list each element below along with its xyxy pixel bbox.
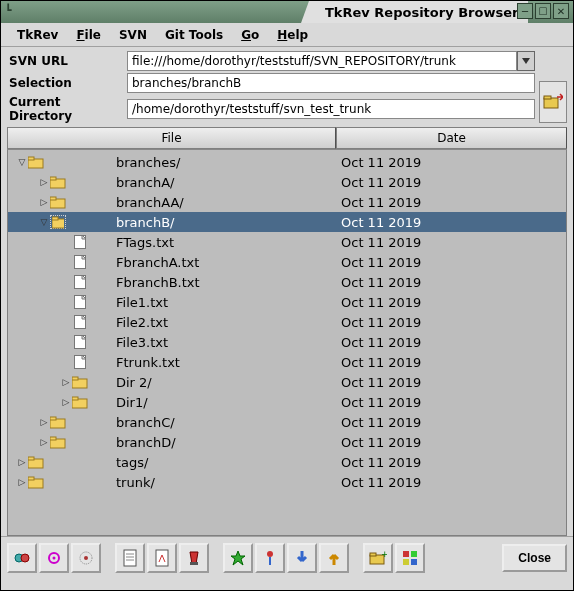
tree-row[interactable]: ▷branchD/Oct 11 2019 (8, 432, 566, 452)
tool-button-10[interactable] (319, 543, 349, 573)
folder-icon (72, 375, 88, 389)
tree-item-date: Oct 11 2019 (337, 215, 421, 230)
tree-view[interactable]: ▽branches/Oct 11 2019▷branchA/Oct 11 201… (7, 150, 567, 536)
file-icon (72, 295, 88, 309)
svg-rect-8 (50, 197, 56, 200)
svg-rect-32 (50, 437, 56, 440)
twisty-open-icon[interactable]: ▽ (38, 217, 50, 227)
tool-button-3[interactable] (71, 543, 101, 573)
svg-rect-58 (411, 559, 417, 565)
tree-row[interactable]: ▽branchB/Oct 11 2019 (8, 212, 566, 232)
tool-button-6[interactable] (179, 543, 209, 573)
twisty-closed-icon[interactable]: ▷ (38, 197, 50, 207)
svn-url-label: SVN URL (7, 54, 127, 68)
tree-item-date: Oct 11 2019 (337, 175, 421, 190)
tree-row[interactable]: FbranchA.txtOct 11 2019 (8, 252, 566, 272)
minimize-button[interactable]: ─ (517, 3, 533, 19)
tree-row[interactable]: FbranchB.txtOct 11 2019 (8, 272, 566, 292)
cwd-input[interactable] (127, 99, 535, 119)
svg-rect-10 (52, 217, 58, 220)
twisty-closed-icon[interactable]: ▷ (16, 457, 28, 467)
maximize-button[interactable]: ☐ (535, 3, 551, 19)
twisty-closed-icon[interactable]: ▷ (60, 397, 72, 407)
folder-icon (28, 455, 44, 469)
svg-text:+: + (381, 550, 387, 559)
tree-row[interactable]: File1.txtOct 11 2019 (8, 292, 566, 312)
tree-row[interactable]: ▷trunk/Oct 11 2019 (8, 472, 566, 492)
twisty-closed-icon[interactable]: ▷ (38, 417, 50, 427)
close-button[interactable]: Close (502, 544, 567, 572)
tool-button-1[interactable] (7, 543, 37, 573)
twisty-open-icon[interactable]: ▽ (16, 157, 28, 167)
tree-row[interactable]: FTags.txtOct 11 2019 (8, 232, 566, 252)
tool-button-9[interactable] (287, 543, 317, 573)
tree-item-date: Oct 11 2019 (337, 395, 421, 410)
titlebar[interactable]: ┗ TkRev Repository Browser ─ ☐ ✕ (1, 1, 573, 23)
menu-file[interactable]: File (68, 25, 109, 45)
tool-button-5[interactable] (147, 543, 177, 573)
tree-item-name: tags/ (108, 455, 148, 470)
menu-help[interactable]: Help (269, 25, 316, 45)
svg-rect-26 (72, 377, 78, 380)
menu-go[interactable]: Go (233, 25, 267, 45)
menu-tkrev[interactable]: TkRev (9, 25, 66, 45)
svg-point-40 (53, 556, 56, 559)
tree-row[interactable]: File2.txtOct 11 2019 (8, 312, 566, 332)
tree-item-date: Oct 11 2019 (337, 455, 421, 470)
svg-rect-2 (544, 96, 551, 99)
tree-item-date: Oct 11 2019 (337, 195, 421, 210)
tool-button-4[interactable] (115, 543, 145, 573)
tool-button-7[interactable] (223, 543, 253, 573)
tree-row[interactable]: ▷Dir1/Oct 11 2019 (8, 392, 566, 412)
tool-button-12[interactable] (395, 543, 425, 573)
folder-icon (50, 195, 66, 209)
tree-row[interactable]: File3.txtOct 11 2019 (8, 332, 566, 352)
folder-icon (50, 435, 66, 449)
tree-row[interactable]: ▷branchC/Oct 11 2019 (8, 412, 566, 432)
tree-item-name: File1.txt (108, 295, 168, 310)
selection-input[interactable] (127, 73, 535, 93)
tree-row[interactable]: ▷branchAA/Oct 11 2019 (8, 192, 566, 212)
svn-url-input[interactable] (127, 51, 517, 71)
tool-button-11[interactable]: + (363, 543, 393, 573)
file-icon (72, 255, 88, 269)
tree-item-date: Oct 11 2019 (337, 235, 421, 250)
svg-rect-6 (50, 177, 56, 180)
tree-item-date: Oct 11 2019 (337, 415, 421, 430)
menubar: TkRev File SVN Git Tools Go Help (1, 23, 573, 47)
svg-rect-4 (28, 157, 34, 160)
tree-row[interactable]: ▽branches/Oct 11 2019 (8, 152, 566, 172)
twisty-closed-icon[interactable]: ▷ (60, 377, 72, 387)
twisty-closed-icon[interactable]: ▷ (38, 437, 50, 447)
column-date[interactable]: Date (336, 127, 567, 149)
tree-row[interactable]: ▷tags/Oct 11 2019 (8, 452, 566, 472)
svg-rect-51 (269, 557, 271, 565)
file-icon (72, 355, 88, 369)
tree-item-date: Oct 11 2019 (337, 315, 421, 330)
tree-item-name: branchAA/ (108, 195, 184, 210)
close-window-button[interactable]: ✕ (553, 3, 569, 19)
open-folder-button[interactable] (539, 81, 567, 123)
column-headers: File Date (7, 127, 567, 150)
tree-item-name: FbranchA.txt (108, 255, 199, 270)
column-file[interactable]: File (7, 127, 336, 149)
tree-item-date: Oct 11 2019 (337, 355, 421, 370)
tree-item-name: trunk/ (108, 475, 155, 490)
tree-item-date: Oct 11 2019 (337, 255, 421, 270)
folder-icon (50, 415, 66, 429)
tree-item-name: branchC/ (108, 415, 175, 430)
menu-git-tools[interactable]: Git Tools (157, 25, 231, 45)
tree-item-name: branchB/ (108, 215, 175, 230)
tree-row[interactable]: Ftrunk.txtOct 11 2019 (8, 352, 566, 372)
tool-button-2[interactable] (39, 543, 69, 573)
svn-url-dropdown[interactable] (517, 51, 535, 71)
tree-row[interactable]: ▷branchA/Oct 11 2019 (8, 172, 566, 192)
twisty-closed-icon[interactable]: ▷ (38, 177, 50, 187)
menu-svn[interactable]: SVN (111, 25, 155, 45)
twisty-closed-icon[interactable]: ▷ (16, 477, 28, 487)
file-icon (72, 315, 88, 329)
tree-item-name: branchA/ (108, 175, 174, 190)
tree-row[interactable]: ▷Dir 2/Oct 11 2019 (8, 372, 566, 392)
tool-button-8[interactable] (255, 543, 285, 573)
toolbar: + Close (1, 536, 573, 578)
